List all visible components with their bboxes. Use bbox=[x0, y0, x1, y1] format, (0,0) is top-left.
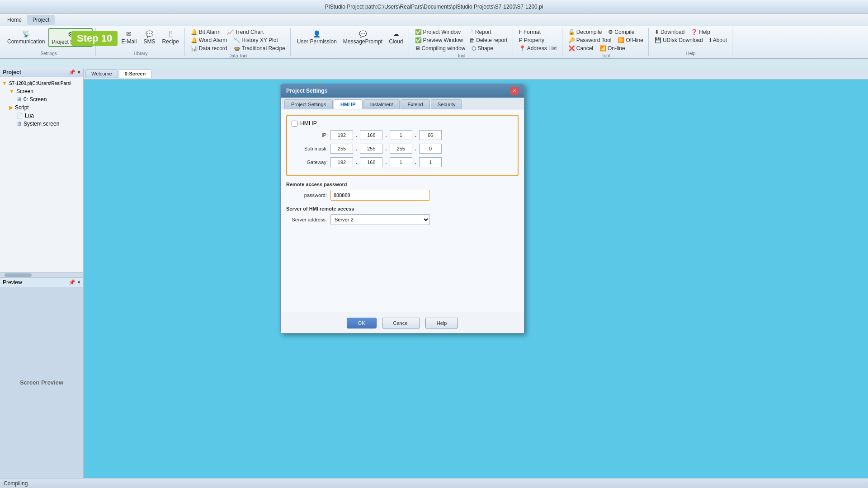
dialog-title-bar: Project Settings × bbox=[281, 84, 524, 98]
remote-access-title: Remote access password bbox=[286, 182, 519, 187]
dialog-footer: OK Cancel Help bbox=[281, 313, 524, 333]
submask-dot-1: . bbox=[356, 145, 357, 152]
submask-dot-3: . bbox=[415, 145, 416, 152]
dialog-overlay: Project Settings × Project Settings HMI … bbox=[0, 0, 868, 488]
ip-dot-1: . bbox=[356, 132, 357, 138]
hmi-ip-section: HMI IP IP: . . . Sub mask: . bbox=[286, 115, 519, 176]
password-row: password: bbox=[286, 190, 519, 201]
dialog-tab-instalment[interactable]: Instalment bbox=[363, 99, 400, 109]
gateway-dot-2: . bbox=[385, 159, 387, 165]
gateway-dot-1: . bbox=[356, 159, 357, 165]
dialog-body: HMI IP IP: . . . Sub mask: . bbox=[281, 109, 524, 313]
dialog-title-text: Project Settings bbox=[286, 88, 327, 94]
gateway-octet-2[interactable] bbox=[360, 157, 382, 167]
ip-dot-2: . bbox=[385, 132, 387, 138]
server-address-row: Server address: Server 1 Server 2 Server… bbox=[286, 214, 519, 225]
ip-octet-2[interactable] bbox=[360, 130, 382, 140]
gateway-octet-4[interactable] bbox=[419, 157, 442, 167]
gateway-row: Gateway: . . . bbox=[292, 157, 513, 167]
password-input[interactable] bbox=[330, 190, 430, 201]
submask-octet-1[interactable] bbox=[330, 144, 353, 154]
cancel-button[interactable]: Cancel bbox=[382, 318, 420, 328]
dialog-tab-project-settings[interactable]: Project Settings bbox=[284, 99, 333, 109]
submask-octet-3[interactable] bbox=[390, 144, 412, 154]
dialog-tabs: Project Settings HMI IP Instalment Exten… bbox=[281, 98, 524, 109]
submask-label: Sub mask: bbox=[292, 146, 328, 151]
server-section: Server of HMI remote access Server addre… bbox=[286, 206, 519, 225]
ip-octet-3[interactable] bbox=[390, 130, 412, 140]
hmi-ip-title: HMI IP bbox=[292, 120, 513, 127]
gateway-label: Gateway: bbox=[292, 160, 328, 165]
gateway-octet-3[interactable] bbox=[390, 157, 412, 167]
ip-octet-1[interactable] bbox=[330, 130, 353, 140]
server-address-select[interactable]: Server 1 Server 2 Server 3 bbox=[330, 214, 430, 225]
remote-access-section: Remote access password password: bbox=[286, 182, 519, 201]
password-label: password: bbox=[286, 192, 327, 198]
ip-dot-3: . bbox=[415, 132, 416, 138]
ip-row: IP: . . . bbox=[292, 130, 513, 140]
gateway-dot-3: . bbox=[415, 159, 416, 165]
dialog-tab-extend[interactable]: Extend bbox=[401, 99, 429, 109]
submask-row: Sub mask: . . . bbox=[292, 144, 513, 154]
ip-field-label: IP: bbox=[292, 132, 328, 138]
submask-dot-2: . bbox=[385, 145, 387, 152]
help-dialog-button[interactable]: Help bbox=[425, 318, 458, 328]
ok-button[interactable]: OK bbox=[347, 318, 377, 328]
hmi-ip-label: HMI IP bbox=[300, 120, 317, 127]
server-address-label: Server address: bbox=[286, 217, 327, 222]
server-section-title: Server of HMI remote access bbox=[286, 206, 519, 211]
submask-octet-4[interactable] bbox=[419, 144, 442, 154]
dialog-tab-security[interactable]: Security bbox=[431, 99, 462, 109]
gateway-octet-1[interactable] bbox=[330, 157, 353, 167]
submask-octet-2[interactable] bbox=[360, 144, 382, 154]
hmi-ip-checkbox[interactable] bbox=[292, 121, 297, 127]
project-settings-dialog: Project Settings × Project Settings HMI … bbox=[280, 84, 524, 333]
ip-octet-4[interactable] bbox=[419, 130, 442, 140]
dialog-close-btn[interactable]: × bbox=[510, 87, 519, 95]
dialog-tab-hmi-ip[interactable]: HMI IP bbox=[334, 99, 363, 109]
